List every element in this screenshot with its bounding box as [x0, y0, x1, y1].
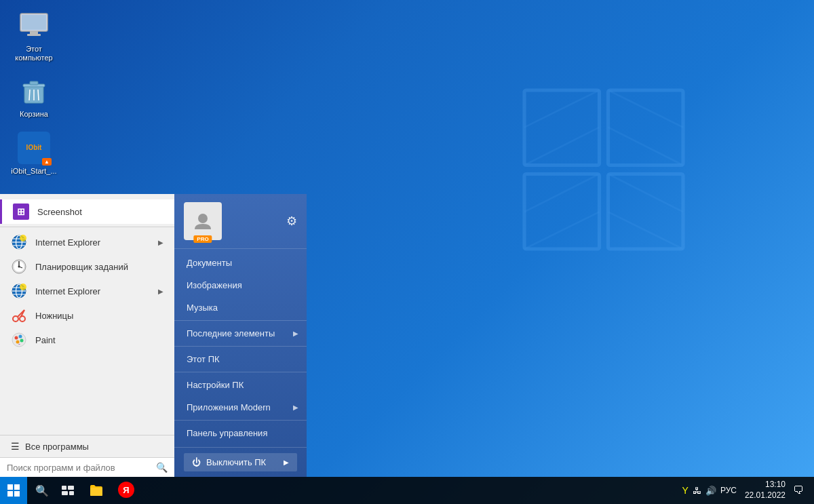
desktop-icon-recycle-bin[interactable]: Корзина — [7, 72, 61, 121]
start-search-icon: 🔍 — [156, 462, 168, 473]
desktop-icon-iobit[interactable]: IObit ▲ iObit_Start_... — [7, 129, 61, 178]
taskbar-pinned-items: Я — [83, 478, 140, 503]
user-avatar-container: PRO — [184, 202, 222, 240]
svg-point-32 — [18, 266, 20, 268]
start-right-item-images[interactable]: Изображения — [174, 274, 307, 296]
taskbar-notification-button[interactable]: 🗨 — [788, 478, 809, 503]
svg-rect-2 — [524, 174, 600, 250]
svg-rect-57 — [90, 488, 102, 496]
tray-speaker-icon[interactable]: 🔊 — [705, 486, 716, 496]
modern-apps-arrow: ▶ — [293, 404, 298, 411]
settings-icon-button[interactable]: ⚙ — [286, 214, 297, 229]
svg-line-4 — [524, 90, 600, 128]
tray-yandex-icon[interactable]: Y — [682, 485, 689, 496]
desktop: Этот компьютер Корзина IObit — [0, 0, 814, 504]
start-right-item-music[interactable]: Музыка — [174, 296, 307, 319]
windows-start-icon — [7, 484, 20, 497]
scheduler-icon — [11, 258, 27, 275]
svg-point-27 — [20, 235, 26, 241]
desktop-icon-this-computer-label: Этот компьютер — [9, 45, 58, 62]
right-separator-3 — [174, 372, 307, 372]
svg-point-48 — [198, 214, 208, 223]
power-button[interactable]: ⏻ Выключить ПК ▶ — [184, 453, 297, 471]
start-item-ie1-arrow: ▶ — [158, 239, 163, 246]
svg-line-5 — [524, 128, 600, 166]
taskbar: 🔍 Я — [0, 477, 814, 504]
start-item-scheduler[interactable]: Планировщик заданий — [0, 254, 174, 279]
svg-rect-55 — [62, 491, 68, 495]
search-icon: 🔍 — [35, 484, 49, 497]
task-view-icon — [62, 486, 74, 495]
windows-logo-watermark — [516, 81, 692, 258]
start-item-scissors-label: Ножницы — [35, 311, 163, 321]
start-item-ie2[interactable]: Internet Explorer ▶ — [0, 279, 174, 303]
svg-line-10 — [608, 174, 684, 212]
taskbar-tray-icons: Y 🖧 🔊 РУС — [682, 485, 737, 496]
svg-line-6 — [608, 90, 684, 128]
start-right-item-documents[interactable]: Документы — [174, 252, 307, 274]
svg-rect-13 — [22, 15, 46, 30]
start-item-scheduler-label: Планировщик заданий — [35, 262, 163, 272]
taskbar-clock[interactable]: 13:10 22.01.2022 — [745, 480, 786, 501]
start-item-scissors[interactable]: Ножницы — [0, 303, 174, 328]
svg-rect-51 — [7, 491, 13, 497]
start-all-programs[interactable]: ☰ Все программы — [0, 435, 174, 457]
this-pc-label: Этот ПК — [187, 354, 220, 364]
start-right-item-control-panel[interactable]: Панель управления — [174, 422, 307, 444]
power-icon: ⏻ — [192, 457, 201, 467]
svg-rect-54 — [68, 486, 74, 490]
start-right-item-recent[interactable]: Последние элементы ▶ — [174, 322, 307, 345]
iobit-icon: IObit ▲ — [18, 132, 50, 164]
start-power-area: ⏻ Выключить ПК ▶ — [174, 447, 307, 477]
recent-label: Последние элементы — [187, 328, 275, 338]
taskbar-search-button[interactable]: 🔍 — [30, 478, 54, 503]
svg-point-38 — [20, 284, 26, 290]
start-item-paint[interactable]: Paint — [0, 328, 174, 352]
start-separator-1 — [0, 227, 174, 227]
start-search-bar: 🔍 — [0, 457, 174, 477]
paint-icon — [11, 332, 27, 348]
svg-rect-49 — [7, 484, 13, 490]
taskbar-date: 22.01.2022 — [745, 490, 786, 501]
start-button[interactable] — [0, 477, 27, 504]
taskbar-pinned-explorer[interactable] — [83, 478, 110, 503]
svg-rect-1 — [608, 90, 684, 166]
yandex-icon: Я — [118, 482, 134, 498]
taskbar-pinned-yandex[interactable]: Я — [113, 478, 140, 503]
svg-line-11 — [608, 212, 684, 249]
svg-point-46 — [20, 339, 24, 343]
power-button-label: Выключить ПК — [206, 457, 266, 467]
scissors-icon — [11, 307, 27, 324]
taskbar-task-view-button[interactable] — [56, 478, 80, 503]
svg-line-19 — [29, 90, 30, 100]
start-item-screenshot[interactable]: ⊞ Screenshot — [0, 199, 174, 224]
tray-language-label[interactable]: РУС — [720, 486, 737, 495]
start-menu-left-panel: ⊞ Screenshot — [0, 194, 174, 477]
power-arrow: ▶ — [284, 459, 289, 466]
start-search-input[interactable] — [7, 463, 151, 473]
taskbar-time: 13:10 — [745, 480, 786, 490]
svg-line-9 — [524, 212, 600, 249]
svg-rect-3 — [608, 174, 684, 250]
start-right-item-this-pc[interactable]: Этот ПК — [174, 348, 307, 370]
start-item-screenshot-label: Screenshot — [37, 207, 163, 217]
recent-arrow: ▶ — [293, 330, 298, 337]
start-right-item-pc-settings[interactable]: Настройки ПК — [174, 374, 307, 396]
start-item-ie1[interactable]: Internet Explorer ▶ — [0, 230, 174, 254]
monitor-icon — [18, 9, 50, 42]
ie-icon-1 — [11, 234, 27, 250]
svg-point-47 — [16, 341, 20, 344]
user-pro-badge: PRO — [193, 235, 212, 243]
desktop-icon-iobit-label: iObit_Start_... — [11, 167, 56, 176]
svg-rect-52 — [14, 491, 20, 497]
desktop-icon-this-computer[interactable]: Этот компьютер — [7, 7, 61, 65]
notification-icon: 🗨 — [793, 484, 804, 497]
start-right-item-modern-apps[interactable]: Приложения Modern ▶ — [174, 396, 307, 419]
recycle-bin-icon — [18, 75, 50, 107]
taskbar-right: Y 🖧 🔊 РУС 13:10 22.01.2022 🗨 — [682, 478, 814, 503]
tray-network-icon[interactable]: 🖧 — [693, 486, 701, 496]
control-panel-label: Панель управления — [187, 428, 267, 438]
start-menu-right-panel: PRO ⚙ Документы Изображения Музыка После… — [174, 194, 307, 477]
svg-rect-14 — [30, 31, 38, 34]
right-separator-1 — [174, 320, 307, 321]
